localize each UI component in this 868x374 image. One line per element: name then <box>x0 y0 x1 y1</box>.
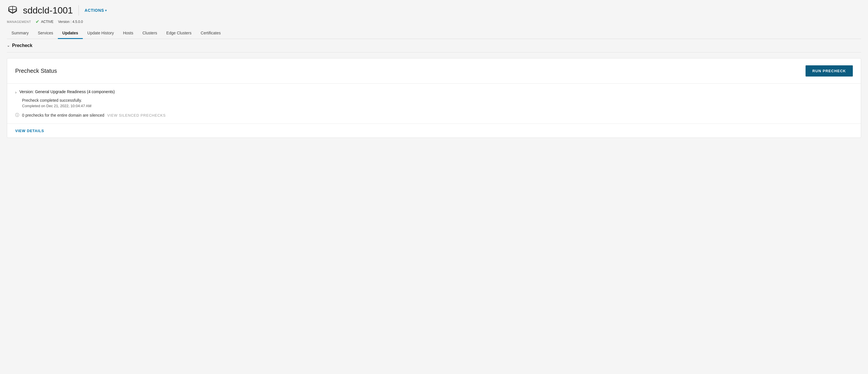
chevron-down-icon: ▾ <box>105 9 107 12</box>
info-icon: ⓘ <box>15 113 19 118</box>
silenced-row: ⓘ 0 prechecks for the entire domain are … <box>15 113 853 118</box>
tab-services[interactable]: Services <box>33 28 58 39</box>
actions-button[interactable]: ACTIONS ▾ <box>85 8 107 12</box>
precheck-success-text: Precheck completed successfully. <box>22 98 853 103</box>
precheck-item-title: Version: General Upgrade Readiness (4 co… <box>20 89 115 94</box>
page-title: sddcld-1001 <box>23 5 73 16</box>
title-divider <box>79 5 79 16</box>
precheck-card: Precheck Status RUN PRECHECK › Version: … <box>7 58 861 138</box>
silenced-text: 0 prechecks for the entire domain are si… <box>22 113 104 117</box>
tab-clusters[interactable]: Clusters <box>138 28 161 39</box>
tab-updates[interactable]: Updates <box>58 28 83 39</box>
card-body: › Version: General Upgrade Readiness (4 … <box>7 84 861 123</box>
card-title: Precheck Status <box>15 68 57 74</box>
section-title: Precheck <box>12 43 32 48</box>
precheck-section-header[interactable]: ⌄ Precheck <box>7 39 861 53</box>
nav-tabs: Summary Services Updates Update History … <box>7 28 861 39</box>
view-details-button[interactable]: VIEW DETAILS <box>15 129 44 133</box>
tab-certificates[interactable]: Certificates <box>196 28 225 39</box>
precheck-date-text: Completed on Dec 21, 2022, 10:04:47 AM <box>22 104 853 108</box>
section-collapse-icon: ⌄ <box>7 44 10 48</box>
status-badge: ✔ ACTIVE <box>35 19 53 24</box>
check-circle-icon: ✔ <box>35 19 39 24</box>
run-precheck-button[interactable]: RUN PRECHECK <box>806 65 853 77</box>
card-footer: VIEW DETAILS <box>7 123 861 138</box>
actions-label: ACTIONS <box>85 8 104 12</box>
precheck-expand-icon[interactable]: › <box>15 90 17 94</box>
main-content: ⌄ Precheck Precheck Status RUN PRECHECK … <box>0 39 868 374</box>
precheck-item: › Version: General Upgrade Readiness (4 … <box>15 89 853 94</box>
server-icon <box>7 5 18 16</box>
view-silenced-button[interactable]: VIEW SILENCED PRECHECKS <box>107 113 165 117</box>
status-label: ACTIVE <box>41 20 53 24</box>
tab-summary[interactable]: Summary <box>7 28 33 39</box>
tab-hosts[interactable]: Hosts <box>118 28 138 39</box>
version-label: Version : 4.5.0.0 <box>58 20 83 24</box>
tab-update-history[interactable]: Update History <box>83 28 119 39</box>
card-header: Precheck Status RUN PRECHECK <box>7 58 861 83</box>
precheck-details: Precheck completed successfully. Complet… <box>22 98 853 108</box>
tab-edge-clusters[interactable]: Edge Clusters <box>162 28 196 39</box>
management-label: MANAGEMENT <box>7 20 31 24</box>
